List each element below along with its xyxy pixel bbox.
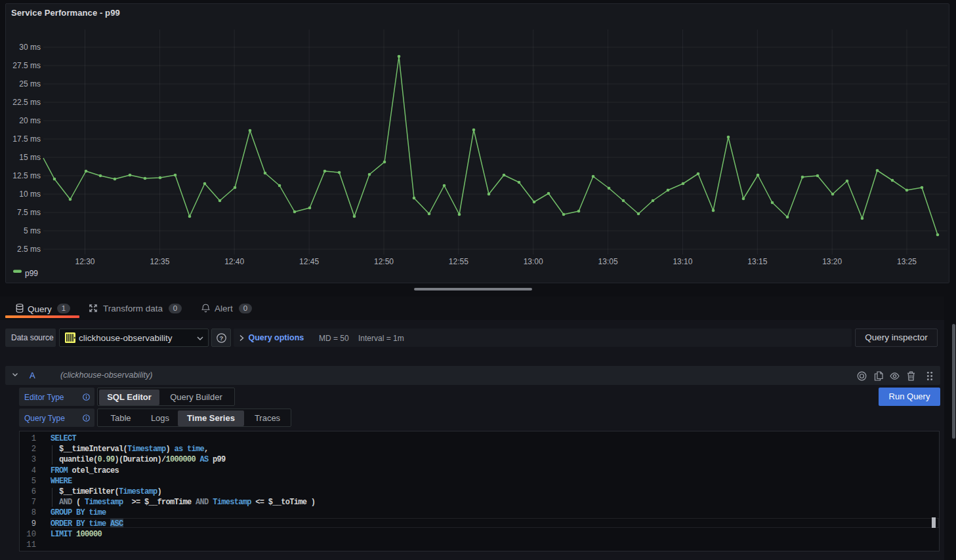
svg-text:7.5 ms: 7.5 ms xyxy=(17,208,41,217)
svg-text:12:30: 12:30 xyxy=(75,257,94,266)
svg-text:13:25: 13:25 xyxy=(897,257,917,266)
svg-text:13:20: 13:20 xyxy=(822,257,842,266)
svg-text:13:15: 13:15 xyxy=(747,257,767,266)
svg-text:13:00: 13:00 xyxy=(524,257,543,266)
svg-text:20 ms: 20 ms xyxy=(19,116,41,125)
svg-text:2.5 ms: 2.5 ms xyxy=(17,245,41,254)
svg-text:17.5 ms: 17.5 ms xyxy=(12,134,41,144)
svg-text:12:35: 12:35 xyxy=(150,257,169,266)
svg-text:12:50: 12:50 xyxy=(374,257,394,266)
svg-text:15 ms: 15 ms xyxy=(19,153,41,162)
svg-text:30 ms: 30 ms xyxy=(19,43,41,52)
svg-text:12:45: 12:45 xyxy=(299,257,319,266)
svg-text:13:10: 13:10 xyxy=(673,257,692,266)
svg-text:10 ms: 10 ms xyxy=(19,190,41,199)
svg-text:?: ? xyxy=(220,334,224,342)
svg-text:12:40: 12:40 xyxy=(224,257,244,266)
svg-text:p99: p99 xyxy=(25,269,38,278)
svg-text:22.5 ms: 22.5 ms xyxy=(12,98,41,107)
svg-text:12:55: 12:55 xyxy=(449,257,468,266)
svg-text:12.5 ms: 12.5 ms xyxy=(12,171,41,180)
svg-text:13:05: 13:05 xyxy=(598,257,618,266)
svg-text:27.5 ms: 27.5 ms xyxy=(12,61,41,70)
svg-text:5 ms: 5 ms xyxy=(24,226,41,235)
svg-text:25 ms: 25 ms xyxy=(19,79,41,89)
